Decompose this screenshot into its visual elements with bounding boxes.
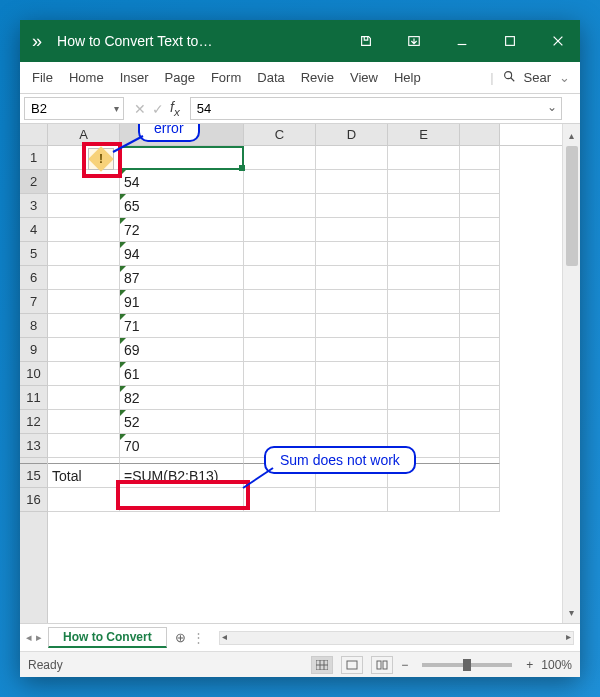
cell-E8[interactable] [388, 314, 460, 338]
cell-F9[interactable] [460, 338, 500, 362]
close-button[interactable] [536, 20, 580, 62]
tab-data[interactable]: Data [249, 62, 292, 93]
cell-C2[interactable] [244, 170, 316, 194]
cell-A16[interactable] [48, 488, 120, 512]
cell-B11[interactable]: 82 [120, 386, 244, 410]
cell-B5[interactable]: 94 [120, 242, 244, 266]
cell-D12[interactable] [316, 410, 388, 434]
tab-home[interactable]: Home [61, 62, 112, 93]
cell-B6[interactable]: 87 [120, 266, 244, 290]
ribbon-collapse-icon[interactable]: ⌄ [559, 70, 570, 85]
cell-C3[interactable] [244, 194, 316, 218]
cell-A8[interactable] [48, 314, 120, 338]
rowhdr-3[interactable]: 3 [20, 194, 47, 218]
minimize-button[interactable] [440, 20, 484, 62]
colhdr-e[interactable]: E [388, 124, 460, 145]
zoom-level[interactable]: 100% [541, 658, 572, 672]
cell-A2[interactable] [48, 170, 120, 194]
cell-C1[interactable] [244, 146, 316, 170]
tab-file[interactable]: File [24, 62, 61, 93]
view-page-break-button[interactable] [371, 656, 393, 674]
zoom-slider[interactable] [422, 663, 512, 667]
cell-C10[interactable] [244, 362, 316, 386]
tab-page[interactable]: Page [157, 62, 203, 93]
enter-formula-icon[interactable]: ✓ [152, 101, 164, 117]
cell-E11[interactable] [388, 386, 460, 410]
cell-B13[interactable]: 70 [120, 434, 244, 458]
rowhdr-4[interactable]: 4 [20, 218, 47, 242]
cell-B8[interactable]: 71 [120, 314, 244, 338]
cell-F10[interactable] [460, 362, 500, 386]
vertical-scrollbar[interactable]: ▴ ▾ [562, 124, 580, 623]
cell-F7[interactable] [460, 290, 500, 314]
cell-C12[interactable] [244, 410, 316, 434]
search-icon[interactable] [502, 69, 516, 86]
cell-C6[interactable] [244, 266, 316, 290]
cell-A7[interactable] [48, 290, 120, 314]
scroll-up-icon[interactable]: ▴ [563, 126, 580, 144]
cell-D11[interactable] [316, 386, 388, 410]
cell-D16[interactable] [316, 488, 388, 512]
cell-A3[interactable] [48, 194, 120, 218]
cell-E12[interactable] [388, 410, 460, 434]
cell-A6[interactable] [48, 266, 120, 290]
tab-help[interactable]: Help [386, 62, 429, 93]
new-sheet-button[interactable]: ⊕⋮ [167, 630, 213, 645]
colhdr-c[interactable]: C [244, 124, 316, 145]
cell-E7[interactable] [388, 290, 460, 314]
cell-E5[interactable] [388, 242, 460, 266]
cell-D1[interactable] [316, 146, 388, 170]
cell-A4[interactable] [48, 218, 120, 242]
cell-A12[interactable] [48, 410, 120, 434]
tell-me-label[interactable]: Sear [524, 70, 551, 85]
cell-D5[interactable] [316, 242, 388, 266]
cell-E13[interactable] [388, 434, 460, 458]
cell-F12[interactable] [460, 410, 500, 434]
fx-icon[interactable]: fx [170, 99, 180, 118]
colhdr-b[interactable]: B [120, 124, 244, 145]
cell-A5[interactable] [48, 242, 120, 266]
cell-F11[interactable] [460, 386, 500, 410]
cell-C11[interactable] [244, 386, 316, 410]
cell-D8[interactable] [316, 314, 388, 338]
tab-review[interactable]: Revie [293, 62, 342, 93]
scroll-thumb[interactable] [566, 146, 578, 266]
rowhdr-11[interactable]: 11 [20, 386, 47, 410]
tab-view[interactable]: View [342, 62, 386, 93]
cell-E2[interactable] [388, 170, 460, 194]
cell-C5[interactable] [244, 242, 316, 266]
rowhdr-8[interactable]: 8 [20, 314, 47, 338]
colhdr-a[interactable]: A [48, 124, 120, 145]
tab-insert[interactable]: Inser [112, 62, 157, 93]
cell-F13[interactable] [460, 434, 500, 458]
cell-E16[interactable] [388, 488, 460, 512]
cell-E6[interactable] [388, 266, 460, 290]
cell-D3[interactable] [316, 194, 388, 218]
view-page-layout-button[interactable] [341, 656, 363, 674]
cell-D4[interactable] [316, 218, 388, 242]
formula-bar[interactable]: 54 [190, 97, 562, 120]
quick-access-more-icon[interactable]: » [32, 31, 43, 52]
cells[interactable]: 546572948791716961825270Total=SUM(B2:B13… [48, 146, 562, 512]
cell-C13[interactable] [244, 434, 316, 458]
rowhdr-9[interactable]: 9 [20, 338, 47, 362]
cell-D6[interactable] [316, 266, 388, 290]
cell-A9[interactable] [48, 338, 120, 362]
zoom-out-button[interactable]: − [401, 658, 408, 672]
cell-F15[interactable] [460, 464, 500, 488]
rowhdr-15[interactable]: 15 [20, 464, 47, 488]
cell-E10[interactable] [388, 362, 460, 386]
cell-E9[interactable] [388, 338, 460, 362]
rowhdr-5[interactable]: 5 [20, 242, 47, 266]
sheet-nav[interactable]: ◂▸ [20, 631, 48, 644]
name-box[interactable]: B2 [24, 97, 124, 120]
cell-B2[interactable]: 54 [120, 170, 244, 194]
cell-F8[interactable] [460, 314, 500, 338]
cell-C8[interactable] [244, 314, 316, 338]
cell-F16[interactable] [460, 488, 500, 512]
cell-B15[interactable]: =SUM(B2:B13) [120, 464, 244, 488]
cell-B4[interactable]: 72 [120, 218, 244, 242]
colhdr-f[interactable] [460, 124, 500, 145]
cell-F5[interactable] [460, 242, 500, 266]
cell-B1[interactable] [120, 146, 244, 170]
